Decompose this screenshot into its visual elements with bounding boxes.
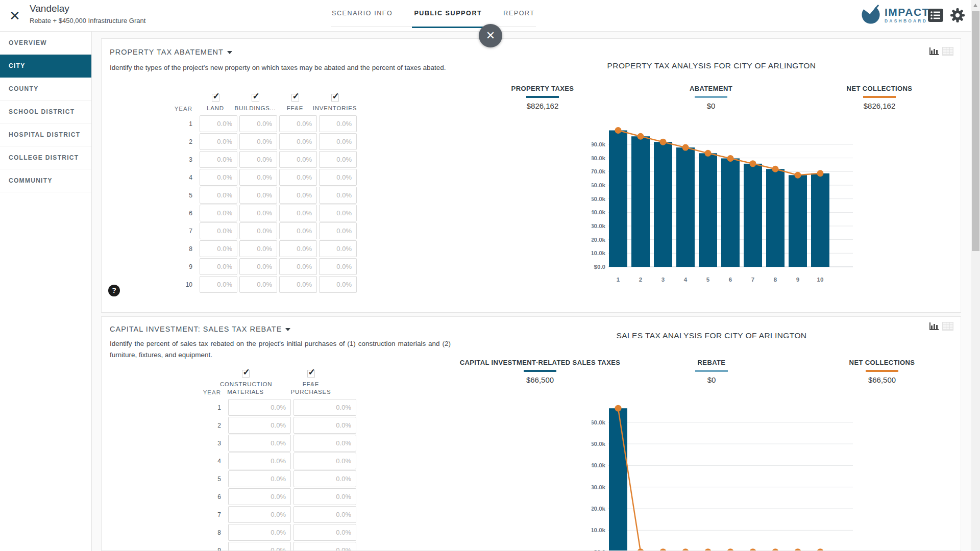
percent-input-y6-c1[interactable] (293, 488, 356, 505)
svg-text:$60.0k: $60.0k (592, 182, 606, 188)
column-label: BUILDINGS... (234, 105, 276, 112)
percent-input-y5-c0[interactable] (228, 470, 291, 487)
percent-input-y1-c0[interactable] (200, 115, 237, 132)
percent-input-y4-c0[interactable] (228, 453, 291, 469)
year-cell: 2 (110, 138, 192, 145)
percent-input-y3-c3[interactable] (319, 151, 357, 168)
percent-input-y3-c0[interactable] (228, 435, 291, 452)
sidebar-item-school-district[interactable]: SCHOOL DISTRICT (0, 101, 91, 123)
bar-chart-view-icon[interactable] (929, 47, 939, 58)
percent-input-y1-c0[interactable] (228, 399, 291, 416)
percent-input-y9-c0[interactable] (200, 258, 237, 275)
svg-text:$30.0k: $30.0k (592, 223, 606, 229)
percent-input-y8-c0[interactable] (228, 524, 291, 541)
percent-input-y3-c1[interactable] (239, 151, 277, 168)
percent-input-y4-c2[interactable] (279, 169, 317, 186)
column-label: INVENTORIES (313, 105, 357, 112)
percent-input-y7-c3[interactable] (319, 222, 357, 239)
percent-input-y4-c1[interactable] (293, 453, 356, 469)
stat-property-taxes: PROPERTY TAXES$826,162 (458, 85, 627, 110)
svg-text:$0.0: $0.0 (594, 264, 605, 270)
percent-input-y8-c1[interactable] (239, 240, 277, 257)
sidebar-item-overview[interactable]: OVERVIEW (0, 32, 91, 55)
help-icon[interactable]: ? (108, 285, 120, 296)
sidebar-item-community[interactable]: COMMUNITY (0, 169, 91, 192)
percent-input-y8-c1[interactable] (293, 524, 356, 541)
gear-icon[interactable] (950, 8, 965, 25)
scrollbar-thumb[interactable] (972, 11, 979, 251)
column-label: FF&E (287, 105, 304, 112)
table-view-icon[interactable] (942, 322, 953, 333)
percent-input-y1-c2[interactable] (279, 115, 317, 132)
percent-input-y1-c1[interactable] (293, 399, 356, 416)
percent-input-y4-c0[interactable] (200, 169, 237, 186)
percent-input-y6-c2[interactable] (279, 205, 317, 221)
percent-input-y7-c1[interactable] (293, 506, 356, 523)
percent-input-y5-c2[interactable] (279, 187, 317, 204)
percent-input-y9-c2[interactable] (279, 258, 317, 275)
percent-input-y10-c3[interactable] (319, 276, 357, 293)
percent-input-y5-c3[interactable] (319, 187, 357, 204)
percent-input-y9-c0[interactable] (228, 542, 291, 551)
chevron-down-icon (285, 328, 290, 331)
checkbox-checked-icon[interactable] (307, 370, 315, 378)
tab-report[interactable]: REPORT (503, 0, 534, 27)
rebate-section-title[interactable]: CAPITAL INVESTMENT: SALES TAX REBATE (110, 325, 290, 333)
percent-input-y5-c0[interactable] (200, 187, 237, 204)
sidebar-item-city[interactable]: CITY (0, 55, 91, 78)
percent-input-y6-c0[interactable] (200, 205, 237, 221)
percent-input-y6-c3[interactable] (319, 205, 357, 221)
year-cell: 8 (110, 245, 192, 253)
percent-input-y8-c3[interactable] (319, 240, 357, 257)
percent-input-y4-c3[interactable] (319, 169, 357, 186)
list-icon[interactable] (927, 8, 944, 25)
sidebar-item-hospital-district[interactable]: HOSPITAL DISTRICT (0, 123, 91, 146)
percent-input-y2-c0[interactable] (228, 417, 291, 434)
close-icon[interactable]: ✕ (7, 8, 22, 23)
year-cell: 5 (110, 475, 221, 483)
percent-input-y3-c0[interactable] (200, 151, 237, 168)
percent-input-y5-c1[interactable] (293, 470, 356, 487)
checkbox-checked-icon[interactable] (291, 94, 299, 102)
percent-input-y6-c0[interactable] (228, 488, 291, 505)
percent-input-y1-c3[interactable] (319, 115, 357, 132)
percent-input-y7-c2[interactable] (279, 222, 317, 239)
sidebar-item-county[interactable]: COUNTY (0, 78, 91, 101)
checkbox-checked-icon[interactable] (331, 94, 339, 102)
percent-input-y2-c1[interactable] (239, 133, 277, 150)
percent-input-y7-c0[interactable] (228, 506, 291, 523)
percent-input-y9-c1[interactable] (293, 542, 356, 551)
percent-input-y10-c2[interactable] (279, 276, 317, 293)
percent-input-y7-c0[interactable] (200, 222, 237, 239)
percent-input-y9-c1[interactable] (239, 258, 277, 275)
tab-public-support[interactable]: PUBLIC SUPPORT (414, 0, 482, 27)
percent-input-y2-c0[interactable] (200, 133, 237, 150)
abatement-section-title[interactable]: PROPERTY TAX ABATEMENT (110, 48, 232, 56)
scrollbar-up-arrow-icon[interactable] (973, 4, 977, 7)
percent-input-y3-c2[interactable] (279, 151, 317, 168)
percent-input-y7-c1[interactable] (239, 222, 277, 239)
svg-text:$20.0k: $20.0k (592, 237, 606, 243)
percent-input-y8-c0[interactable] (200, 240, 237, 257)
checkbox-checked-icon[interactable] (212, 94, 219, 102)
percent-input-y5-c1[interactable] (239, 187, 277, 204)
percent-input-y9-c3[interactable] (319, 258, 357, 275)
percent-input-y2-c1[interactable] (293, 417, 356, 434)
close-panel-button[interactable]: ✕ (479, 24, 502, 47)
bar-chart-view-icon[interactable] (929, 322, 939, 333)
sidebar-nav: OVERVIEWCITYCOUNTYSCHOOL DISTRICTHOSPITA… (0, 32, 92, 551)
sidebar-item-college-district[interactable]: COLLEGE DISTRICT (0, 146, 91, 169)
percent-input-y1-c1[interactable] (239, 115, 277, 132)
percent-input-y8-c2[interactable] (279, 240, 317, 257)
percent-input-y4-c1[interactable] (239, 169, 277, 186)
tab-scenario-info[interactable]: SCENARIO INFO (332, 0, 393, 27)
percent-input-y10-c1[interactable] (239, 276, 277, 293)
checkbox-checked-icon[interactable] (252, 94, 259, 102)
percent-input-y3-c1[interactable] (293, 435, 356, 452)
percent-input-y10-c0[interactable] (200, 276, 237, 293)
table-view-icon[interactable] (942, 47, 953, 58)
percent-input-y2-c3[interactable] (319, 133, 357, 150)
checkbox-checked-icon[interactable] (242, 370, 250, 378)
percent-input-y6-c1[interactable] (239, 205, 277, 221)
percent-input-y2-c2[interactable] (279, 133, 317, 150)
